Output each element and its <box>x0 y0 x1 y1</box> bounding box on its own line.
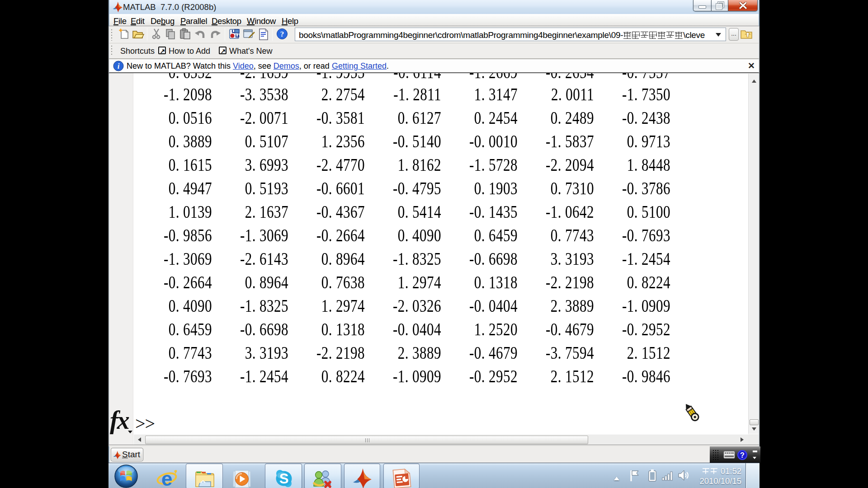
svg-text:?: ? <box>280 30 284 38</box>
svg-text:e: e <box>161 468 172 488</box>
svg-text:S: S <box>279 471 289 487</box>
svg-text:i: i <box>118 62 120 70</box>
svg-text:?: ? <box>740 451 745 459</box>
